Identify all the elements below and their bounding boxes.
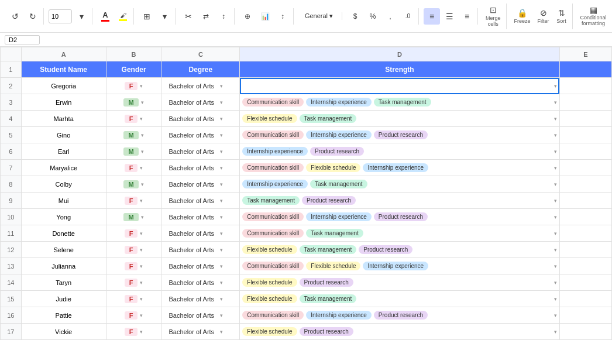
strength-dropdown[interactable]: ▾ — [554, 181, 557, 187]
borders-dropdown[interactable]: ▾ — [156, 8, 173, 25]
font-size-dropdown[interactable]: ▾ — [73, 8, 90, 25]
strength-dropdown[interactable]: ▾ — [554, 214, 557, 220]
strength-cell[interactable]: Flexible scheduleTask management▾ — [240, 291, 559, 307]
gender-cell[interactable]: M▾ — [106, 209, 161, 225]
borders-button[interactable]: ⊞ — [139, 8, 155, 25]
gender-cell[interactable]: F▾ — [106, 274, 161, 291]
student-name-cell[interactable]: Selene — [21, 242, 106, 258]
student-name-cell[interactable]: Maryalice — [21, 160, 106, 176]
strength-dropdown[interactable]: ▾ — [554, 296, 557, 302]
degree-cell[interactable]: Bachelor of Arts▾ — [161, 258, 240, 274]
student-name-cell[interactable]: Judie — [21, 291, 106, 307]
filter-button[interactable]: ⊘ Filter — [535, 4, 552, 29]
strength-dropdown[interactable]: ▾ — [554, 116, 557, 122]
currency-button[interactable]: $ — [347, 8, 363, 25]
col-c-header[interactable]: C — [161, 47, 240, 61]
strength-dropdown[interactable]: ▾ — [554, 329, 557, 335]
degree-cell[interactable]: Bachelor of Arts▾ — [161, 78, 240, 94]
strength-dropdown[interactable]: ▾ — [554, 165, 557, 171]
undo-button[interactable]: ↺ — [7, 8, 23, 25]
degree-cell[interactable]: Bachelor of Arts▾ — [161, 193, 240, 209]
student-name-cell[interactable]: Yong — [21, 209, 106, 225]
strength-cell[interactable]: Internship experienceTask management▾ — [240, 176, 559, 193]
conditional-formatting-button[interactable]: ▦ Conditional formatting — [577, 4, 610, 29]
strength-dropdown[interactable]: ▾ — [554, 280, 557, 286]
gender-cell[interactable]: F▾ — [106, 258, 161, 274]
strength-cell[interactable]: Communication skillInternship experience… — [240, 209, 559, 225]
strength-dropdown[interactable]: ▾ — [554, 149, 557, 154]
degree-cell[interactable]: Bachelor of Arts▾ — [161, 307, 240, 324]
gender-cell[interactable]: F▾ — [106, 78, 161, 94]
student-name-cell[interactable]: Colby — [21, 176, 106, 193]
student-name-cell[interactable]: Mui — [21, 193, 106, 209]
decimal-decrease-button[interactable]: .0 — [400, 8, 416, 25]
strength-cell[interactable]: Flexible scheduleProduct research▾ — [240, 324, 559, 340]
gender-cell[interactable]: F▾ — [106, 225, 161, 242]
text-height-button[interactable]: ↕ — [274, 8, 291, 25]
strength-dropdown[interactable]: ▾ — [554, 99, 557, 105]
degree-cell[interactable]: Bachelor of Arts▾ — [161, 160, 240, 176]
merge-cells-button[interactable]: ⊡ Merge cells — [483, 4, 504, 29]
chart-button[interactable]: 📊 — [257, 8, 273, 25]
gender-cell[interactable]: M▾ — [106, 127, 161, 143]
gender-cell[interactable]: F▾ — [106, 160, 161, 176]
student-name-cell[interactable]: Gregoria — [21, 78, 106, 94]
student-name-cell[interactable]: Donette — [21, 225, 106, 242]
font-size-input[interactable]: 10 — [49, 9, 72, 23]
col-e-header[interactable]: E — [559, 47, 611, 61]
strength-cell[interactable]: Flexible scheduleTask management▾ — [240, 111, 559, 127]
student-name-cell[interactable]: Erwin — [21, 94, 106, 111]
degree-cell[interactable]: Bachelor of Arts▾ — [161, 324, 240, 340]
strength-cell[interactable]: Communication skillInternship experience… — [240, 94, 559, 111]
strength-dropdown[interactable]: ▾ — [554, 247, 557, 253]
align-right-button[interactable]: ≡ — [459, 8, 475, 25]
text-cut-button[interactable]: ✂ — [180, 8, 197, 25]
gender-cell[interactable]: F▾ — [106, 193, 161, 209]
gender-cell[interactable]: M▾ — [106, 143, 161, 160]
strength-cell[interactable]: Communication skillFlexible scheduleInte… — [240, 258, 559, 274]
percent-button[interactable]: % — [365, 8, 381, 25]
strength-dropdown[interactable]: ▾ — [554, 83, 557, 89]
gender-cell[interactable]: F▾ — [106, 242, 161, 258]
gender-cell[interactable]: M▾ — [106, 94, 161, 111]
degree-cell[interactable]: Bachelor of Arts▾ — [161, 209, 240, 225]
number-format-select[interactable]: General ▾ — [305, 12, 333, 20]
degree-cell[interactable]: Bachelor of Arts▾ — [161, 291, 240, 307]
degree-cell[interactable]: Bachelor of Arts▾ — [161, 242, 240, 258]
strength-cell[interactable]: ▾ — [240, 78, 559, 94]
strength-dropdown[interactable]: ▾ — [554, 132, 557, 138]
insert-button[interactable]: ⊕ — [239, 8, 256, 25]
strength-cell[interactable]: Internship experienceProduct research▾ — [240, 143, 559, 160]
strength-dropdown[interactable]: ▾ — [554, 231, 557, 236]
gender-cell[interactable]: F▾ — [106, 324, 161, 340]
degree-cell[interactable]: Bachelor of Arts▾ — [161, 111, 240, 127]
strength-cell[interactable]: Communication skillInternship experience… — [240, 127, 559, 143]
degree-cell[interactable]: Bachelor of Arts▾ — [161, 127, 240, 143]
strength-dropdown[interactable]: ▾ — [554, 263, 557, 269]
degree-cell[interactable]: Bachelor of Arts▾ — [161, 143, 240, 160]
student-name-cell[interactable]: Earl — [21, 143, 106, 160]
redo-button[interactable]: ↻ — [25, 8, 41, 25]
student-name-cell[interactable]: Taryn — [21, 274, 106, 291]
text-wrap-button[interactable]: ⇄ — [198, 8, 214, 25]
strength-cell[interactable]: Communication skillInternship experience… — [240, 307, 559, 324]
freeze-button[interactable]: 🔒 Freeze — [511, 4, 534, 29]
font-color-button[interactable]: A — [97, 8, 114, 25]
gender-cell[interactable]: F▾ — [106, 307, 161, 324]
student-name-cell[interactable]: Vickie — [21, 324, 106, 340]
student-name-cell[interactable]: Gino — [21, 127, 106, 143]
degree-cell[interactable]: Bachelor of Arts▾ — [161, 176, 240, 193]
col-b-header[interactable]: B — [106, 47, 161, 61]
student-name-cell[interactable]: Marhta — [21, 111, 106, 127]
strength-dropdown[interactable]: ▾ — [554, 313, 557, 318]
gender-cell[interactable]: F▾ — [106, 111, 161, 127]
align-center-button[interactable]: ☰ — [441, 8, 458, 25]
highlight-color-button[interactable]: 🖌 — [115, 8, 131, 25]
cell-ref-input[interactable]: D2 — [5, 35, 40, 44]
align-left-button[interactable]: ≡ — [424, 8, 440, 25]
strength-dropdown[interactable]: ▾ — [554, 198, 557, 204]
strength-cell[interactable]: Flexible scheduleTask managementProduct … — [240, 242, 559, 258]
row-height-button[interactable]: ↕ — [215, 8, 232, 25]
strength-cell[interactable]: Communication skillFlexible scheduleInte… — [240, 160, 559, 176]
strength-cell[interactable]: Task managementProduct research▾ — [240, 193, 559, 209]
